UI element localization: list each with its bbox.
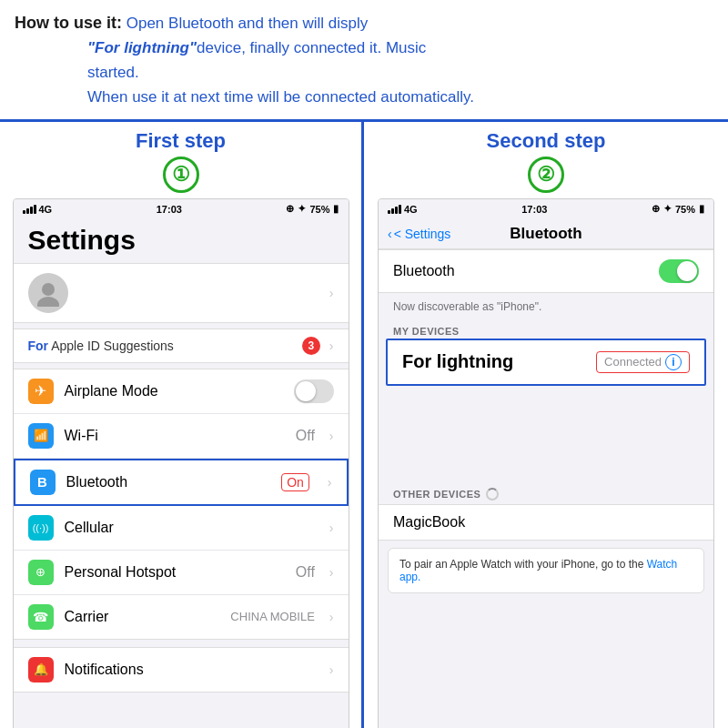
bluetooth-on-badge: On: [281, 473, 309, 491]
settings-title: Settings: [28, 225, 334, 256]
hotspot-value: Off: [296, 564, 315, 581]
bluetooth-chevron: ›: [328, 475, 332, 490]
airplane-row[interactable]: ✈ Airplane Mode: [14, 369, 349, 414]
carrier-chevron: ›: [329, 610, 334, 624]
for-lightning-row[interactable]: For lightning Connected i: [386, 339, 706, 386]
carrier-label: Carrier: [65, 609, 220, 625]
battery-right: 75%: [675, 204, 695, 215]
bluetooth-icon: B: [30, 470, 56, 495]
notification-badge: 3: [302, 337, 320, 355]
device-row[interactable]: For lightning Connected i: [388, 340, 704, 384]
wifi-chevron: ›: [329, 429, 334, 443]
cellular-icon: ((·)): [28, 515, 54, 541]
carrier-icon: ☎: [28, 604, 54, 630]
cellular-chevron: ›: [329, 521, 334, 535]
my-devices-header: MY DEVICES: [379, 320, 713, 339]
hotspot-chevron: ›: [329, 565, 334, 580]
signal-right: [388, 205, 401, 214]
magicbook-label: MagicBook: [393, 514, 465, 530]
instructions-section: How to use it: Open Bluetooth and then w…: [0, 0, 728, 122]
bt-toggle-label: Bluetooth: [393, 263, 455, 279]
empty-devices-area: [379, 386, 713, 477]
info-icon[interactable]: i: [665, 354, 682, 370]
loading-spinner: [486, 488, 499, 500]
cellular-row[interactable]: ((·)) Cellular ›: [14, 506, 349, 551]
hotspot-label: Personal Hotspot: [65, 564, 285, 581]
status-bar-right: 4G 17:03 ⊕ ✦ 75% ▮: [379, 199, 713, 219]
step1-title: First step: [136, 129, 226, 153]
time-left: 17:03: [157, 204, 182, 215]
bluetooth-label: Bluetooth: [66, 474, 271, 490]
carrier-row[interactable]: ☎ Carrier CHINA MOBILE ›: [14, 595, 349, 639]
right-column: Second step ② 4G 17:03 ⊕: [364, 122, 728, 728]
wifi-value: Off: [296, 428, 315, 444]
notifications-chevron: ›: [329, 662, 334, 677]
for-label-appleid: For: [28, 339, 49, 353]
how-label: How to use it:: [15, 14, 122, 32]
svg-point-0: [42, 283, 55, 296]
profile-section[interactable]: ›: [14, 263, 349, 323]
settings-icon-left: ⊕: [286, 203, 294, 215]
instruction-line3: started.: [15, 60, 713, 85]
watch-note: To pair an Apple Watch with your iPhone,…: [388, 548, 704, 593]
bluetooth-icon-left: ✦: [298, 203, 306, 215]
wifi-icon: 📶: [28, 423, 54, 449]
carrier-value: CHINA MOBILE: [230, 610, 314, 623]
battery-left: 75%: [309, 204, 329, 215]
hotspot-icon: ⊕: [28, 560, 54, 585]
bt-toggle[interactable]: [659, 259, 699, 283]
battery-icon-right: ▮: [699, 203, 704, 215]
settings-group: ✈ Airplane Mode 📶 Wi-Fi Off › B Bluetoot: [14, 369, 349, 640]
airplane-label: Airplane Mode: [65, 383, 283, 399]
step2-title: Second step: [487, 129, 606, 153]
apple-id-chevron: ›: [329, 339, 334, 353]
notifications-label: Notifications: [65, 662, 315, 678]
settings-icon-right: ⊕: [652, 203, 660, 215]
bt-nav: ‹ < Settings Bluetooth: [379, 219, 713, 249]
notifications-icon: 🔔: [28, 657, 54, 682]
connected-label: Connected: [604, 355, 662, 369]
back-chevron: ‹: [388, 227, 392, 241]
instruction-line4: When use it at next time will be connect…: [15, 85, 713, 109]
step1-circle: ①: [163, 157, 199, 193]
profile-chevron: ›: [329, 286, 334, 300]
bluetooth-icon-right: ✦: [663, 203, 672, 215]
other-devices-header: OTHER DEVICES: [379, 477, 713, 504]
main-columns: First step ① 4G 17:03 ⊕ ✦: [0, 122, 728, 728]
airplane-toggle[interactable]: [294, 379, 334, 403]
bluetooth-row[interactable]: B Bluetooth On ›: [14, 459, 349, 506]
instruction-line2: device, finally connected it. Music: [197, 39, 426, 56]
connected-badge: Connected i: [596, 351, 690, 373]
device-name: For lightning: [402, 351, 513, 372]
avatar: [28, 273, 68, 313]
status-bar-left: 4G 17:03 ⊕ ✦ 75% ▮: [14, 199, 349, 219]
note-text: To pair an Apple Watch with your iPhone,…: [399, 558, 647, 571]
bt-back-button[interactable]: ‹ < Settings: [388, 227, 450, 241]
wifi-label: Wi-Fi: [65, 428, 285, 444]
battery-icon-left: ▮: [333, 203, 339, 215]
phone-left: 4G 17:03 ⊕ ✦ 75% ▮ Settings: [13, 198, 349, 728]
hotspot-row[interactable]: ⊕ Personal Hotspot Off ›: [14, 551, 349, 595]
notifications-group: 🔔 Notifications ›: [14, 647, 349, 693]
phone-right: 4G 17:03 ⊕ ✦ 75% ▮ ‹ < Settings Bluetoot…: [378, 198, 714, 728]
bt-discoverable: Now discoverable as "iPhone".: [379, 297, 713, 320]
magicbook-row[interactable]: MagicBook: [379, 504, 713, 541]
apple-id-row[interactable]: For Apple ID Suggestions 3 ›: [14, 329, 349, 363]
notifications-row[interactable]: 🔔 Notifications ›: [14, 648, 349, 692]
cellular-label: Cellular: [65, 520, 315, 536]
svg-point-1: [37, 297, 59, 307]
network-right: 4G: [404, 204, 418, 215]
settings-header: Settings: [14, 219, 349, 263]
for-lightning-quote: "For lightning": [87, 39, 197, 56]
signal-left: [23, 205, 36, 214]
time-right: 17:03: [521, 204, 547, 215]
network-left: 4G: [39, 204, 53, 215]
apple-id-text: For Apple ID Suggestions: [28, 339, 174, 353]
airplane-icon: ✈: [28, 379, 54, 404]
bt-nav-title: Bluetooth: [510, 225, 581, 243]
bt-toggle-row[interactable]: Bluetooth: [379, 249, 713, 293]
step2-circle: ②: [528, 157, 564, 193]
wifi-row[interactable]: 📶 Wi-Fi Off ›: [14, 414, 349, 459]
instruction-line1: Open Bluetooth and then will disply: [126, 15, 369, 32]
left-column: First step ① 4G 17:03 ⊕ ✦: [0, 122, 364, 728]
